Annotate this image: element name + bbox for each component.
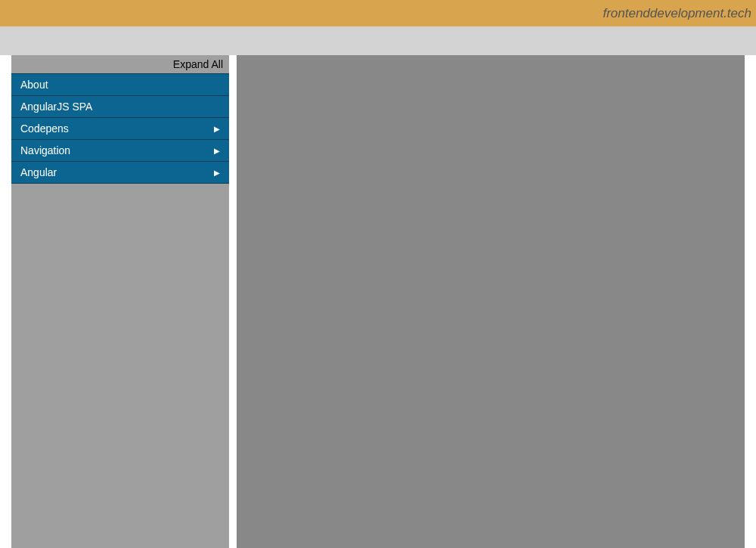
- top-banner: frontenddevelopment.tech: [0, 0, 756, 26]
- content-wrap: Expand All About AngularJS SPA Codepens …: [0, 55, 756, 548]
- sub-banner: [0, 26, 756, 55]
- nav-item-navigation[interactable]: Navigation ▶: [11, 140, 229, 162]
- main-content-area: [237, 55, 745, 548]
- site-title: frontenddevelopment.tech: [603, 6, 751, 21]
- nav-item-codepens[interactable]: Codepens ▶: [11, 118, 229, 140]
- nav-item-label: AngularJS SPA: [20, 101, 92, 113]
- nav-item-angularjs-spa[interactable]: AngularJS SPA: [11, 96, 229, 118]
- chevron-right-icon: ▶: [214, 147, 220, 155]
- nav-item-label: Codepens: [20, 122, 69, 135]
- chevron-right-icon: ▶: [214, 125, 220, 133]
- nav-item-label: About: [20, 79, 48, 91]
- chevron-right-icon: ▶: [214, 169, 220, 177]
- sidebar: Expand All About AngularJS SPA Codepens …: [11, 55, 229, 548]
- nav-item-angular[interactable]: Angular ▶: [11, 162, 229, 184]
- nav-item-label: Navigation: [20, 144, 70, 156]
- expand-all-button[interactable]: Expand All: [11, 55, 229, 73]
- nav-item-about[interactable]: About: [11, 73, 229, 96]
- nav-item-label: Angular: [20, 166, 57, 178]
- nav-list: About AngularJS SPA Codepens ▶ Navigatio…: [11, 73, 229, 184]
